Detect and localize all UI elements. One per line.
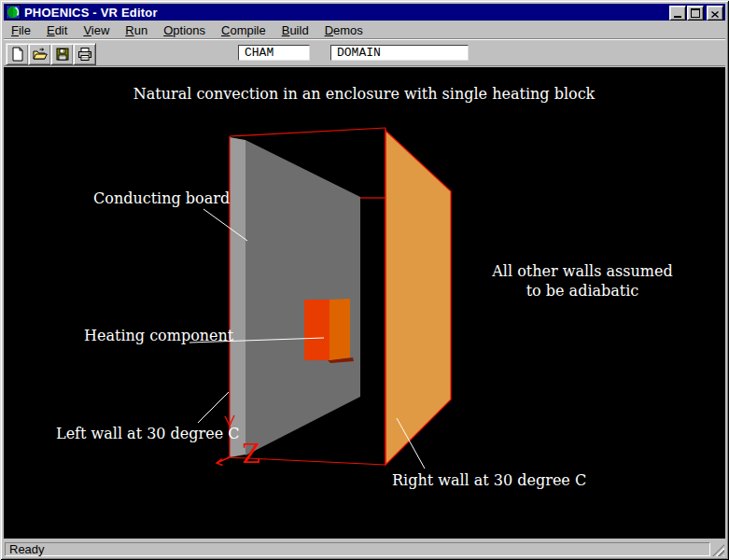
new-document-icon	[10, 47, 25, 62]
title-bar[interactable]: PHOENICS - VR Editor	[4, 4, 725, 21]
label-left-wall: Left wall at 30 degree C	[56, 425, 239, 442]
open-folder-icon	[33, 47, 48, 62]
axis-z-label: Z	[242, 439, 259, 469]
object-name-field[interactable]	[238, 45, 310, 61]
resize-grip[interactable]	[712, 544, 724, 556]
vr-viewport[interactable]: Z Natural convection in an enclosure wit…	[4, 67, 725, 539]
phoenics-logo-icon	[6, 5, 21, 20]
viewport-background	[4, 67, 725, 539]
heating-block-side[interactable]	[329, 299, 350, 360]
minimize-icon	[674, 16, 681, 18]
menu-run[interactable]: Run	[119, 22, 153, 38]
window-title: PHOENICS - VR Editor	[24, 6, 158, 20]
scene-caption: Natural convection in an enclosure with …	[133, 85, 596, 103]
save-floppy-icon	[55, 47, 70, 62]
open-file-button[interactable]	[28, 43, 51, 65]
printer-icon	[77, 47, 92, 62]
menu-compile[interactable]: Compile	[216, 22, 272, 38]
status-bar: Ready	[4, 540, 725, 557]
maximize-button[interactable]	[687, 6, 704, 21]
phoenics-vr-editor-window: PHOENICS - VR Editor File Edit View Run …	[0, 0, 729, 560]
save-file-button[interactable]	[50, 43, 74, 65]
menu-options[interactable]: Options	[158, 22, 211, 38]
print-button[interactable]	[73, 43, 96, 65]
menu-demos[interactable]: Demos	[319, 22, 369, 38]
menu-bar: File Edit View Run Options Compile Build…	[4, 21, 725, 38]
close-icon	[711, 11, 719, 18]
new-file-button[interactable]	[6, 43, 29, 65]
label-heating-component: Heating component	[84, 327, 234, 344]
menu-file[interactable]: File	[6, 22, 36, 38]
menu-build[interactable]: Build	[276, 22, 315, 38]
menu-view[interactable]: View	[77, 22, 115, 38]
label-adiabatic-line2: to be adiabatic	[526, 282, 639, 300]
label-adiabatic-line1: All other walls assumed	[491, 262, 672, 280]
domain-name-field[interactable]	[330, 45, 469, 61]
status-panel: Ready	[5, 542, 710, 556]
heating-block-front[interactable]	[304, 300, 329, 360]
vr-scene: Z Natural convection in an enclosure wit…	[4, 67, 725, 539]
conducting-board-edge[interactable]	[230, 137, 245, 457]
status-text: Ready	[9, 542, 45, 556]
menu-edit[interactable]: Edit	[41, 22, 73, 38]
maximize-icon	[691, 8, 700, 18]
label-conducting-board: Conducting board	[93, 189, 230, 207]
toolbar	[4, 39, 725, 66]
minimize-button[interactable]	[669, 6, 686, 21]
label-right-wall: Right wall at 30 degree C	[392, 471, 586, 489]
close-button[interactable]	[707, 6, 723, 21]
